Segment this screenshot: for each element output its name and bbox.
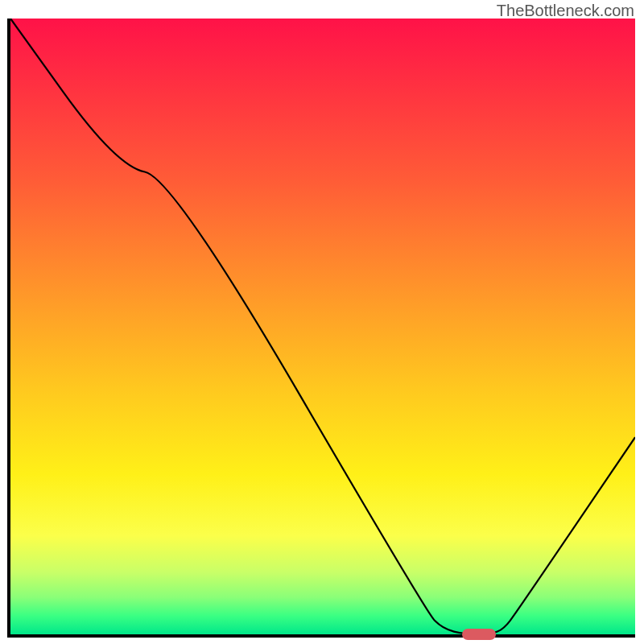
chart-svg: [10, 19, 635, 634]
chart-area: [7, 19, 635, 638]
chart-background: [10, 19, 635, 634]
highlight-marker: [462, 629, 496, 640]
watermark-text: TheBottleneck.com: [497, 2, 634, 20]
